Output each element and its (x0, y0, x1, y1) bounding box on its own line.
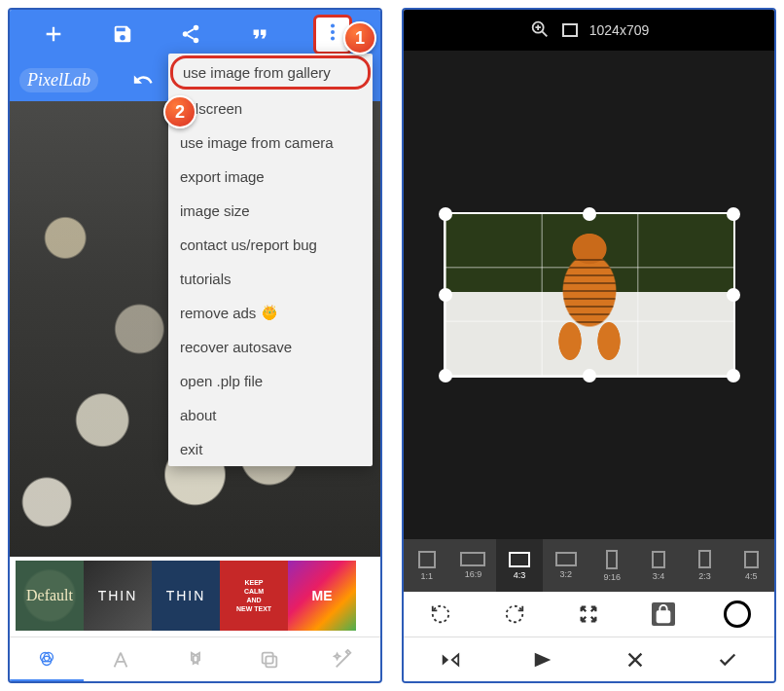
template-tmpl-thin2[interactable]: THIN (152, 561, 220, 631)
tab-effects[interactable] (306, 637, 380, 681)
menu-item-open-plp-file[interactable]: open .plp file (168, 364, 373, 398)
menu-item-label: tutorials (180, 271, 232, 287)
svg-point-5 (331, 36, 335, 40)
ratio-4-5[interactable]: 4:5 (728, 539, 774, 592)
menu-item-tutorials[interactable]: tutorials (168, 262, 373, 296)
lock-icon (652, 602, 675, 626)
bottom-tabs (10, 636, 380, 681)
aspect-icon[interactable] (562, 23, 578, 37)
rotate-ccw-icon[interactable] (421, 595, 460, 634)
menu-item-label: remove ads (180, 305, 256, 321)
rotate-cw-icon[interactable] (495, 595, 534, 634)
zoom-in-icon[interactable] (529, 18, 551, 43)
menu-item-label: use image from gallery (183, 64, 331, 81)
cancel-icon[interactable] (616, 640, 655, 679)
left-phone: PixelLab DefaultTHINTHINKEEP CALM AND NE… (8, 8, 382, 683)
crop-top-bar: 1024x709 (404, 10, 774, 51)
flip-vertical-icon[interactable] (523, 640, 562, 679)
ratio-2-3[interactable]: 2:3 (682, 539, 729, 592)
svg-rect-9 (262, 652, 272, 663)
ratio-label: 4:3 (514, 570, 526, 580)
callout-1: 1 (343, 21, 376, 55)
menu-item-remove-ads[interactable]: remove ads (168, 296, 373, 330)
menu-item-label: exit (180, 441, 202, 457)
crop-handle-t[interactable] (583, 207, 596, 221)
menu-item-exit[interactable]: exit (168, 432, 373, 466)
crop-handle-r[interactable] (727, 288, 740, 302)
template-strip: DefaultTHINTHINKEEP CALM AND NEW TEXTME (10, 557, 380, 636)
ratio-label: 1:1 (421, 571, 434, 581)
template-tmpl-default[interactable]: Default (16, 561, 84, 631)
tab-shapes[interactable] (158, 637, 232, 681)
expand-icon[interactable] (569, 595, 608, 634)
menu-item-label: image size (180, 202, 250, 219)
svg-point-4 (331, 29, 335, 33)
crop-tool-row-1 (404, 592, 774, 636)
crop-frame[interactable] (444, 212, 735, 378)
confirm-icon[interactable] (708, 640, 747, 679)
ratio-1-1[interactable]: 1:1 (404, 539, 450, 592)
ratio-label: 16:9 (465, 569, 482, 579)
ratio-label: 3:4 (653, 571, 665, 581)
menu-item-about[interactable]: about (168, 398, 373, 432)
top-toolbar (10, 10, 380, 58)
crop-canvas[interactable] (404, 51, 774, 539)
crop-handle-tl[interactable] (439, 207, 452, 221)
template-tmpl-meme[interactable]: ME (288, 561, 356, 631)
lock-aspect-button[interactable] (644, 595, 683, 634)
menu-item-label: recover autosave (180, 339, 292, 355)
record-button[interactable] (718, 595, 757, 634)
add-icon[interactable] (38, 18, 69, 50)
menu-item-recover-autosave[interactable]: recover autosave (168, 330, 373, 364)
menu-item-fullscreen[interactable]: fullscreen (168, 91, 373, 126)
ratio-4-3[interactable]: 4:3 (496, 539, 543, 592)
template-tmpl-keep[interactable]: KEEP CALM AND NEW TEXT (220, 561, 288, 631)
ratio-box-icon (698, 550, 711, 568)
menu-item-export-image[interactable]: export image (168, 160, 373, 194)
quote-icon[interactable] (244, 18, 275, 50)
circle-icon (724, 600, 751, 628)
template-tmpl-thin1[interactable]: THIN (84, 561, 152, 631)
ratio-box-icon (652, 551, 665, 568)
tab-filters[interactable] (10, 637, 84, 681)
undo-icon[interactable] (127, 64, 159, 95)
ratio-3-4[interactable]: 3:4 (635, 539, 682, 592)
ratio-box-icon (555, 552, 577, 566)
tab-text[interactable] (84, 637, 158, 681)
svg-point-1 (183, 31, 189, 37)
ratio-3-2[interactable]: 3:2 (543, 539, 589, 592)
ratio-label: 3:2 (559, 569, 572, 579)
tiger-image (541, 234, 638, 360)
menu-item-label: open .plp file (180, 373, 263, 389)
menu-item-label: contact us/report bug (180, 236, 317, 253)
menu-item-image-size[interactable]: image size (168, 194, 373, 228)
crop-dimensions: 1024x709 (589, 22, 650, 38)
svg-point-2 (194, 38, 199, 43)
ratio-box-icon (460, 552, 485, 566)
ratio-label: 2:3 (698, 571, 711, 581)
tab-layers[interactable] (232, 637, 306, 681)
flip-horizontal-icon[interactable] (431, 640, 470, 679)
ratio-label: 4:5 (745, 571, 758, 581)
crown-icon (262, 306, 277, 321)
crop-handle-l[interactable] (439, 288, 452, 302)
crop-handle-br[interactable] (727, 369, 740, 382)
right-phone: 1024x709 1:116:94:33:29:163:42:34:5 (402, 8, 776, 683)
menu-item-contact-us-report-bug[interactable]: contact us/report bug (168, 228, 373, 262)
crop-tool-row-2 (404, 636, 774, 681)
save-icon[interactable] (107, 18, 138, 50)
menu-item-use-image-from-gallery[interactable]: use image from gallery (170, 55, 371, 90)
crop-handle-tr[interactable] (727, 207, 740, 221)
crop-handle-bl[interactable] (439, 369, 452, 382)
menu-item-use-image-from-camera[interactable]: use image from camera (168, 126, 373, 160)
ratio-9-16[interactable]: 9:16 (589, 539, 636, 592)
svg-rect-10 (266, 656, 276, 667)
more-icon (322, 25, 343, 47)
share-icon[interactable] (175, 18, 206, 50)
aspect-ratio-bar: 1:116:94:33:29:163:42:34:5 (404, 539, 774, 592)
svg-point-3 (331, 23, 335, 27)
app-logo: PixelLab (19, 68, 98, 92)
crop-handle-b[interactable] (583, 369, 596, 382)
ratio-box-icon (509, 552, 530, 567)
ratio-16-9[interactable]: 16:9 (450, 539, 497, 592)
